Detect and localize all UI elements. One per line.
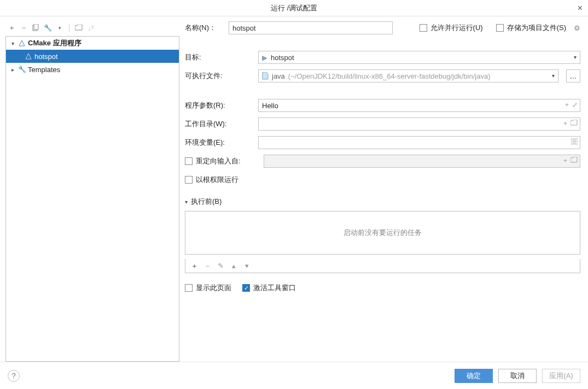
executable-name: java: [272, 72, 285, 80]
tree-label: hotspot: [34, 52, 58, 61]
checkbox-icon: [185, 284, 193, 292]
executable-label: 可执行文件:: [185, 71, 253, 81]
target-label: 目标:: [185, 52, 253, 62]
svg-marker-2: [19, 40, 25, 46]
checkbox-icon: [185, 157, 193, 165]
wd-input[interactable]: +: [258, 117, 580, 131]
copy-icon[interactable]: [31, 23, 40, 33]
show-page-label: 显示此页面: [196, 283, 231, 293]
before-launch-toolbar: ＋ － ✎ ▴ ▾: [185, 259, 580, 273]
name-label: 名称(N)：: [185, 23, 223, 33]
allow-parallel-label: 允许并行运行(U): [430, 23, 483, 33]
apply-label: 应用(A): [549, 371, 573, 381]
name-input-value: hotspot: [232, 24, 256, 32]
chevron-down-icon: ▾: [574, 54, 577, 60]
insert-macro-icon[interactable]: +: [563, 120, 567, 127]
args-input[interactable]: Hello + ⤢: [258, 99, 580, 112]
chevron-down-icon: ▾: [185, 199, 188, 205]
insert-macro-icon[interactable]: +: [565, 101, 569, 109]
executable-select[interactable]: java (~/OpenJDK12/build/linux-x86_64-ser…: [258, 69, 558, 82]
target-select[interactable]: ▶ hotspot ▾: [258, 51, 580, 64]
checkbox-checked-icon: ✓: [242, 284, 250, 292]
browse-folder-icon[interactable]: [570, 157, 578, 164]
checkbox-icon: [496, 24, 504, 32]
cmake-icon: [18, 39, 26, 47]
svg-rect-1: [34, 24, 38, 30]
before-launch-header[interactable]: ▾ 执行前(B): [185, 197, 580, 207]
remove-task-icon: －: [203, 261, 212, 271]
activate-tool-checkbox[interactable]: ✓ 激活工具窗口: [242, 283, 296, 293]
add-task-icon[interactable]: ＋: [190, 261, 199, 271]
tree-label: CMake 应用程序: [28, 38, 81, 48]
insert-macro-icon[interactable]: +: [563, 157, 567, 164]
args-value: Hello: [262, 102, 278, 110]
move-down-icon: ▾: [242, 262, 251, 270]
redirect-label: 重定向输入自:: [196, 156, 241, 166]
tree-label: Templates: [28, 66, 60, 74]
before-launch-tasks: 启动前没有要运行的任务: [185, 211, 580, 255]
wrench-icon[interactable]: 🔧: [43, 23, 53, 33]
apply-button[interactable]: 应用(A): [542, 369, 580, 383]
browse-folder-icon[interactable]: [570, 120, 578, 127]
sort-icon[interactable]: ↓²: [86, 23, 96, 33]
svg-marker-3: [26, 54, 31, 59]
store-project-label: 存储为项目文件(S): [507, 23, 566, 33]
tree-item-templates[interactable]: 🔧 Templates: [6, 63, 179, 76]
titlebar: 运行 /调试配置 ×: [0, 0, 588, 16]
before-launch-empty: 启动前没有要运行的任务: [344, 228, 422, 238]
ok-label: 确定: [467, 371, 481, 381]
tree-item-cmake-apps[interactable]: CMake 应用程序: [6, 37, 179, 50]
checkbox-icon: [420, 24, 427, 32]
dialog-title: 运行 /调试配置: [271, 3, 317, 13]
allow-parallel-checkbox[interactable]: 允许并行运行(U): [420, 23, 483, 33]
config-toolbar: ＋ － 🔧 ▾ ↓²: [5, 21, 179, 36]
executable-path: (~/OpenJDK12/build/linux-x86_64-server-f…: [288, 72, 491, 80]
activate-tool-label: 激活工具窗口: [253, 283, 296, 293]
browse-executable-button[interactable]: …: [566, 69, 580, 82]
help-button[interactable]: ?: [8, 370, 20, 382]
redirect-input-checkbox[interactable]: 重定向输入自:: [185, 156, 258, 166]
chevron-down-icon[interactable]: [9, 40, 16, 46]
show-page-checkbox[interactable]: 显示此页面: [185, 283, 231, 293]
root-label: 以根权限运行: [196, 175, 238, 185]
env-label: 环境变量(E):: [185, 138, 253, 148]
file-icon: [262, 72, 269, 80]
store-project-checkbox[interactable]: 存储为项目文件(S): [496, 23, 566, 33]
gear-icon[interactable]: ⚙: [574, 24, 580, 32]
wrench-icon: 🔧: [18, 66, 26, 73]
close-icon[interactable]: ×: [578, 3, 583, 13]
config-tree[interactable]: CMake 应用程序 hotspot 🔧 Templates: [5, 36, 179, 362]
folder-collapse-icon[interactable]: [74, 23, 84, 33]
add-icon[interactable]: ＋: [7, 23, 16, 33]
env-list-icon[interactable]: [571, 138, 578, 145]
cancel-button[interactable]: 取消: [498, 369, 537, 383]
redirect-input[interactable]: +: [264, 155, 580, 168]
args-label: 程序参数(R):: [185, 101, 253, 110]
checkbox-icon: [185, 176, 193, 184]
expand-icon[interactable]: ⤢: [572, 101, 578, 109]
ok-button[interactable]: 确定: [455, 369, 493, 383]
tree-item-hotspot[interactable]: hotspot: [6, 50, 179, 63]
remove-icon[interactable]: －: [19, 23, 28, 33]
env-input[interactable]: [258, 136, 580, 149]
chevron-down-icon: ▾: [552, 73, 555, 79]
wrench-dropdown-icon[interactable]: ▾: [55, 23, 65, 33]
name-input[interactable]: hotspot: [229, 21, 393, 34]
before-launch-label: 执行前(B): [191, 197, 222, 207]
toolbar-separator: [69, 23, 69, 32]
target-value: hotspot: [271, 54, 294, 62]
cmake-icon: [25, 52, 32, 60]
move-up-icon: ▴: [229, 262, 238, 270]
wd-label: 工作目录(W):: [185, 119, 253, 129]
edit-task-icon: ✎: [216, 262, 225, 270]
run-as-root-checkbox[interactable]: 以根权限运行: [185, 175, 238, 185]
chevron-right-icon[interactable]: [9, 67, 16, 73]
run-marker-icon: ▶: [262, 54, 267, 62]
cancel-label: 取消: [510, 371, 525, 381]
